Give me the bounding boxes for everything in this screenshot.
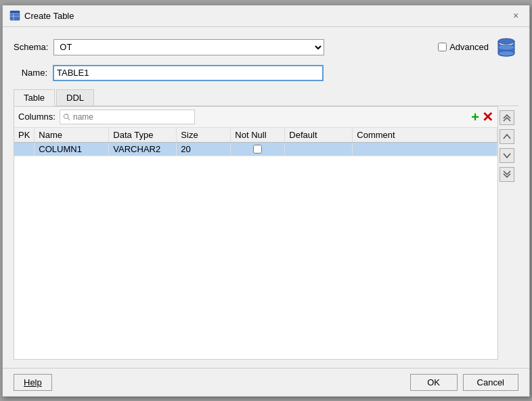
tab-content: Columns: + ✕: [14, 106, 498, 360]
dialog-footer: Help OK Cancel: [3, 368, 529, 396]
title-bar-left: Create Table: [9, 10, 74, 21]
columns-label: Columns:: [18, 112, 56, 122]
tabs-section: Table DDL Columns:: [14, 87, 518, 360]
move-bottom-icon: [502, 170, 512, 179]
footer-right: OK Cancel: [410, 374, 518, 391]
search-box: [60, 110, 195, 124]
advanced-label[interactable]: Advanced: [449, 42, 489, 52]
schema-right: Advanced: [438, 35, 518, 60]
move-down-button[interactable]: [500, 148, 514, 163]
table-icon: [9, 10, 20, 21]
advanced-checkbox[interactable]: [438, 43, 447, 51]
cell-size[interactable]: 20: [177, 142, 231, 156]
schema-label: Schema:: [14, 42, 48, 52]
header-notnull: Not Null: [231, 128, 285, 143]
cell-notnull[interactable]: [231, 142, 285, 156]
header-comment: Comment: [353, 128, 497, 143]
name-row: Name:: [14, 65, 518, 81]
tab-ddl[interactable]: DDL: [56, 89, 94, 105]
footer-left: Help: [14, 374, 52, 391]
search-icon: [63, 113, 70, 121]
move-top-icon: [502, 113, 512, 122]
move-top-button[interactable]: [500, 110, 514, 125]
schema-row: Schema: OT Advanced: [14, 35, 518, 60]
title-bar: Create Table ×: [3, 5, 529, 27]
move-down-icon: [502, 151, 512, 160]
header-pk: PK: [14, 128, 35, 143]
move-up-icon: [502, 132, 512, 141]
right-buttons: [498, 106, 518, 360]
svg-point-7: [498, 45, 514, 50]
svg-rect-1: [10, 11, 20, 14]
help-button[interactable]: Help: [14, 374, 52, 391]
name-label: Name:: [14, 68, 47, 78]
header-name: Name: [35, 128, 109, 143]
header-default: Default: [285, 128, 353, 143]
header-datatype: Data Type: [109, 128, 177, 143]
name-input[interactable]: [53, 65, 324, 81]
table-row[interactable]: COLUMN1 VARCHAR2 20: [14, 142, 497, 156]
schema-left: Schema: OT: [14, 39, 438, 55]
move-up-button[interactable]: [500, 129, 514, 144]
columns-toolbar: Columns: + ✕: [14, 107, 497, 128]
svg-point-8: [64, 114, 68, 118]
search-input[interactable]: [73, 112, 192, 122]
header-size: Size: [177, 128, 231, 143]
main-content: Columns: + ✕: [14, 106, 518, 360]
table-body: COLUMN1 VARCHAR2 20: [14, 142, 497, 156]
database-icon: [494, 35, 518, 60]
cell-pk: [14, 142, 35, 156]
dialog-title: Create Table: [24, 11, 74, 21]
svg-line-9: [68, 118, 70, 120]
cell-name[interactable]: COLUMN1: [35, 142, 109, 156]
cell-datatype[interactable]: VARCHAR2: [109, 142, 177, 156]
add-column-button[interactable]: +: [471, 110, 479, 124]
advanced-checkbox-container: Advanced: [438, 42, 489, 52]
tab-table[interactable]: Table: [14, 89, 55, 106]
svg-point-6: [498, 51, 514, 56]
table-area: PK Name Data Type Size Not Null Default …: [14, 128, 497, 359]
toolbar-actions: + ✕: [471, 110, 493, 124]
tabs-container: Table DDL: [14, 89, 518, 106]
cell-default: [285, 142, 353, 156]
svg-point-5: [498, 39, 514, 44]
notnull-checkbox[interactable]: [253, 145, 262, 154]
delete-column-button[interactable]: ✕: [482, 110, 493, 124]
ok-button[interactable]: OK: [410, 374, 458, 391]
close-button[interactable]: ×: [509, 9, 523, 22]
move-bottom-button[interactable]: [500, 167, 514, 182]
table-header: PK Name Data Type Size Not Null Default …: [14, 128, 497, 143]
cell-comment: [353, 142, 497, 156]
cancel-button[interactable]: Cancel: [463, 374, 518, 391]
dialog-body: Schema: OT Advanced: [3, 27, 529, 368]
schema-select[interactable]: OT: [53, 39, 324, 55]
create-table-dialog: Create Table × Schema: OT Advanced: [2, 5, 530, 397]
columns-table: PK Name Data Type Size Not Null Default …: [14, 128, 497, 156]
